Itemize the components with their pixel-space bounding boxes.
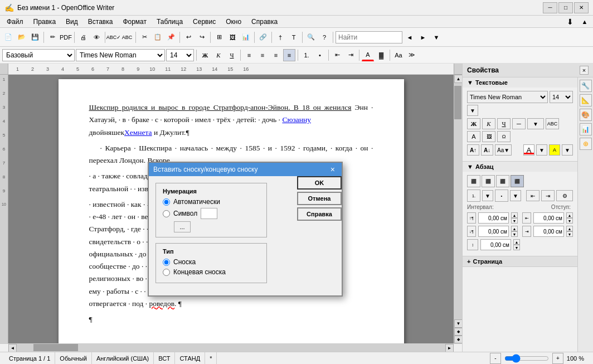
dialog-title-text: Вставить сноску/концевую сноску [153,166,257,173]
dialog-body: OK Отмена Справка Нумерация Автоматическ… [149,176,342,295]
type-title: Тип [163,248,260,255]
auto-radio[interactable] [163,198,170,206]
endnote-radio-row: Концевая сноска [163,268,260,276]
dialog-help-button[interactable]: Справка [297,207,342,221]
symbol-radio[interactable] [163,210,170,217]
footnote-radio-row: Сноска [163,258,260,266]
numbering-group: Нумерация Автоматически Символ ... [155,183,267,237]
endnote-radio[interactable] [163,269,170,276]
type-group: Тип Сноска Концевая сноска [155,243,267,283]
dialog-ok-button[interactable]: OK [297,176,342,190]
auto-label: Автоматически [173,198,220,206]
dots-row: ... [174,221,260,232]
symbol-radio-row: Символ [163,208,260,219]
dialog-close-button[interactable]: × [328,165,337,174]
dialog-buttons: OK Отмена Справка [297,176,342,221]
numbering-title: Нумерация [163,188,260,195]
footnote-radio[interactable] [163,259,170,266]
dialog-title-bar: Вставить сноску/концевую сноску × [149,163,342,176]
symbol-input[interactable] [201,208,217,219]
footnote-label: Сноска [173,258,196,266]
dialog-cancel-button[interactable]: Отмена [297,192,342,205]
dots-button[interactable]: ... [174,221,191,232]
endnote-label: Концевая сноска [173,268,226,276]
symbol-label: Символ [173,210,197,217]
footnote-dialog: Вставить сноску/концевую сноску × OK Отм… [148,162,343,297]
dialog-overlay: Вставить сноску/концевую сноску × OK Отм… [0,0,593,364]
auto-radio-row: Автоматически [163,198,260,206]
